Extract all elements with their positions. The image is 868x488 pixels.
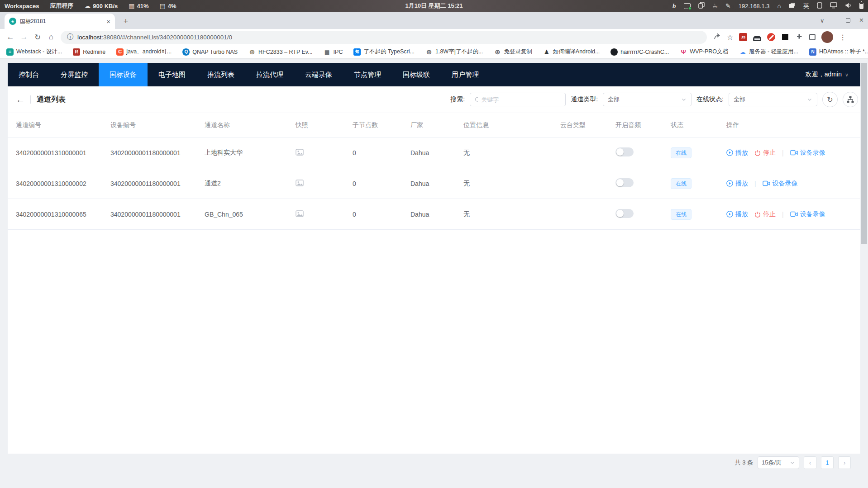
back-arrow-button[interactable]: ← [16,95,25,105]
search-input[interactable] [481,96,561,103]
col-status: 状态 [663,113,718,137]
home-tray-icon[interactable]: ⌂ [777,3,781,9]
stop-button[interactable]: 停止 [754,149,776,157]
browser-tab[interactable]: ◈ 国标28181 × [5,14,115,29]
cell-channel-id: 34020000001310000065 [8,199,102,230]
bookmark-rfc2833[interactable]: ⊕RFC2833 – RTP Ev... [248,48,313,56]
page-scrollbar[interactable] [861,63,867,244]
play-button[interactable]: 播放 [726,180,748,188]
tab-search-icon[interactable]: ∨ [820,17,825,24]
col-device-id: 设备编号 [102,113,196,137]
nav-item-console[interactable]: 控制台 [8,63,50,86]
phone-sync-icon[interactable] [817,2,822,10]
windows-stack-icon[interactable] [789,2,796,9]
profile-avatar[interactable] [821,31,833,43]
extensions-puzzle-icon[interactable] [795,32,803,42]
snapshot-image-icon[interactable] [296,180,304,188]
green-status-dot [688,7,692,10]
nav-item-emap[interactable]: 电子地图 [148,63,196,86]
reload-button[interactable]: ↻ [31,30,44,44]
share-icon[interactable] [713,33,721,42]
volume-icon[interactable] [845,2,852,10]
snapshot-image-icon[interactable] [296,211,304,218]
window-close-icon[interactable]: × [859,16,863,24]
extension-darkmode-icon[interactable] [781,33,789,41]
home-button[interactable]: ⌂ [44,30,58,44]
clock[interactable]: 1月10日 星期二 15:21 [405,2,463,10]
nav-item-pull-proxy[interactable]: 拉流代理 [245,63,294,86]
ip-address[interactable]: 192.168.1.3 [739,3,770,9]
device-record-button[interactable]: 设备录像 [790,210,825,218]
workspaces-button[interactable]: Workspaces [5,3,39,9]
bookmark-csdn[interactable]: Cjava、android可... [116,48,172,56]
refresh-button[interactable]: ↻ [822,92,838,107]
header-divider [30,95,31,104]
current-page-button[interactable]: 1 [821,456,834,469]
table-row: 34020000001310000065 3402000000118000000… [8,199,860,230]
bookmark-github[interactable]: hairrrrr/C-CrashC... [610,48,669,56]
bookmark-folder-ipc[interactable]: ▆IPC [324,48,343,56]
nav-item-split-monitor[interactable]: 分屏监控 [50,63,99,86]
play-button[interactable]: 播放 [726,210,748,218]
device-record-button[interactable]: 设备录像 [790,149,825,157]
memory-icon: ▤ [160,3,166,9]
device-tree-button[interactable] [843,92,858,107]
window-minimize-icon[interactable]: – [833,17,836,24]
color-picker-icon[interactable]: ✎ [725,3,731,9]
user-menu[interactable]: 欢迎，admin ∨ [806,63,860,86]
cell-manufacturer: Dahua [402,168,455,199]
audio-toggle[interactable] [615,178,634,187]
bing-tray-icon[interactable]: b [672,2,676,10]
play-button[interactable]: 播放 [726,149,748,157]
stop-button[interactable]: 停止 [754,210,776,218]
browser-menu-icon[interactable]: ⋮ [839,33,846,42]
back-button[interactable]: ← [4,30,17,44]
bookmark-hdatmos[interactable]: NHDAtmos :: 种子 *... [809,48,868,56]
nav-item-national-devices[interactable]: 国标设备 [99,63,148,86]
coffee-cup-icon[interactable]: ☕ [712,3,718,9]
bookmark-zhihu-typescript[interactable]: 知了不起的 TypeScri... [353,48,415,56]
site-info-icon[interactable]: ⓘ [67,33,73,41]
tab-close-icon[interactable]: × [106,18,110,25]
audio-toggle[interactable] [615,147,634,156]
snapshot-image-icon[interactable] [296,150,304,157]
clipboard-icon[interactable] [698,2,705,10]
applications-menu[interactable]: 应用程序 [50,2,73,10]
online-status-select[interactable]: 全部 [729,93,817,106]
nav-item-push-streams[interactable]: 推流列表 [196,63,245,86]
reading-list-icon[interactable] [809,34,816,40]
device-record-button[interactable]: 设备录像 [763,180,798,188]
bookmark-redmine[interactable]: RRedmine [73,48,105,56]
bookmark-star-icon[interactable]: ☆ [727,33,733,42]
input-language-indicator[interactable]: 英 [803,2,809,10]
nav-item-node-management[interactable]: 节点管理 [343,63,392,86]
bookmark-android-compile[interactable]: ♟如何编译Android... [543,48,600,56]
cell-channel-id: 34020000001310000001 [8,137,102,168]
action-divider: | [782,149,784,156]
bookmark-wvp-docs[interactable]: ΨWVP-PRO文档 [680,48,728,56]
forward-button[interactable]: → [17,30,31,44]
prev-page-button[interactable]: ‹ [804,456,816,469]
audio-toggle[interactable] [615,209,634,218]
window-restore-icon[interactable] [846,18,850,23]
address-bar[interactable]: ⓘ localhost:38080/#/channelList/34020000… [61,31,707,44]
nav-item-cloud-recording[interactable]: 云端录像 [294,63,343,86]
extension-js-icon[interactable]: JS [739,33,747,41]
bookmark-article[interactable]: ⊕1.8W字|了不起的... [425,48,483,56]
extension-blocker-icon[interactable] [767,33,775,41]
extension-hat-icon[interactable] [753,36,761,41]
bookmark-webstack[interactable]: ≡Webstack - 设计... [6,48,62,56]
screenshot-tool-icon[interactable] [684,3,691,9]
new-tab-button[interactable]: + [120,16,131,27]
page-size-select[interactable]: 15条/页 [758,456,799,469]
bookmark-cloud-server[interactable]: ☁服务器 - 轻量应用... [739,48,798,56]
display-icon[interactable] [830,2,837,10]
next-page-button[interactable]: › [838,456,851,469]
bookmark-qnap[interactable]: QQNAP Turbo NAS [182,48,238,56]
nav-item-cascade[interactable]: 国标级联 [392,63,441,86]
nav-item-user-management[interactable]: 用户管理 [441,63,490,86]
battery-icon[interactable] [859,3,863,9]
bookmark-copy-tool[interactable]: ⊕免登录复制 [494,48,532,56]
channel-type-select[interactable]: 全部 [603,93,692,106]
network-speed-indicator: ☁ 900 KB/s [84,3,118,9]
